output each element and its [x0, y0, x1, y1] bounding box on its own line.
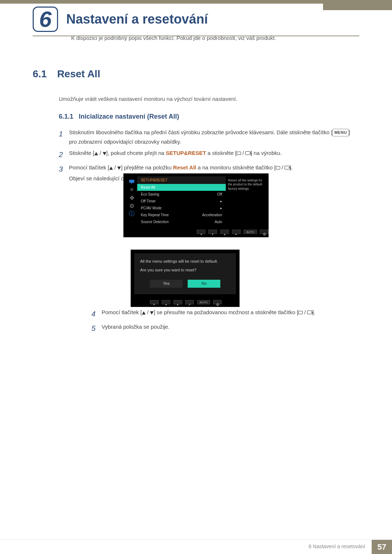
svg-rect-0 — [129, 180, 134, 182]
osd-enter-icon: ↲ — [185, 300, 194, 304]
chapter-title: Nastavení a resetování — [66, 12, 208, 27]
step-2: 2 Stiskněte [ / ], pokud chcete přejít n… — [59, 148, 356, 161]
osd-item: PC/AV Mode▸ — [137, 205, 226, 212]
osd-reset-dialog: All the menu settings will be reset to d… — [131, 250, 240, 307]
steps-list-lower: 4 Pomocí tlačítek [ / ] se přesuňte na p… — [91, 308, 319, 337]
down-icon — [150, 311, 154, 315]
chapter-intro: K dispozici je podrobný popis všech funk… — [71, 35, 348, 41]
osd-left-icon: ◂ — [197, 230, 205, 234]
enter-icon — [285, 166, 290, 169]
osd-power-icon: ⏻ — [213, 300, 222, 304]
page-footer: 6 Nastavení a resetování 57 — [0, 539, 392, 554]
section-6-1: 6.1 Reset All Umožňuje vrátit veškerá na… — [33, 68, 356, 185]
section-number: 6.1 — [33, 68, 47, 79]
dialog-no-button: No — [188, 280, 220, 288]
osd-right-icon: ▸ — [232, 230, 241, 234]
dialog-yes-button: Yes — [150, 280, 183, 288]
osd-side-icons: ≡ ✥ ⚙ ⓘ — [126, 176, 137, 225]
section-title: Reset All — [57, 68, 100, 79]
chapter-number-badge: 6 — [33, 7, 58, 32]
dialog-button-bar: ✕ ◂ ▸ ↲ AUTO ⏻ — [131, 298, 240, 307]
up-icon — [142, 311, 146, 315]
info-icon: ⓘ — [126, 210, 137, 218]
source-icon — [298, 311, 303, 314]
osd-item: Off Timer▸ — [137, 198, 226, 205]
source-icon — [237, 152, 241, 155]
down-icon — [103, 152, 106, 155]
osd-close-icon: ✕ — [150, 300, 159, 304]
osd-item: Eco SavingOff — [137, 191, 226, 198]
svg-rect-1 — [131, 183, 132, 184]
down-icon — [117, 167, 121, 170]
step-4: 4 Pomocí tlačítek [ / ] se přesuňte na p… — [91, 308, 319, 320]
osd-item-selected: Reset All — [137, 184, 226, 191]
osd-help-text: Return all the settings for the product … — [226, 176, 266, 225]
osd-left-icon: ◂ — [162, 300, 170, 304]
osd-title: SETUP&RESET — [137, 176, 226, 184]
osd-button-bar: ◂ ▾ ▴ ▸ AUTO ⏻ — [123, 228, 269, 237]
dialog-line-1: All the menu settings will be reset to d… — [140, 258, 230, 265]
osd-auto-label: AUTO — [244, 230, 257, 234]
monitor-icon — [128, 179, 135, 184]
subsection-number: 6.1.1 — [59, 113, 73, 120]
setup-reset-label: SETUP&RESET — [166, 150, 206, 156]
subsection-title: 6.1.1 Inicializace nastavení (Reset All) — [59, 113, 356, 120]
up-icon — [109, 167, 113, 170]
osd-power-icon: ⏻ — [260, 230, 269, 234]
osd-auto-label: AUTO — [197, 300, 210, 304]
gear-icon: ⚙ — [126, 202, 137, 210]
step-1: 1 Stisknutím libovolného tlačítka na pře… — [59, 128, 356, 146]
reset-all-label: Reset All — [173, 164, 196, 171]
osd-item: Key Repeat TimeAcceleration — [137, 212, 226, 218]
section-body: Umožňuje vrátit veškerá nastavení monito… — [59, 96, 356, 102]
osd-up-icon: ▴ — [220, 230, 229, 234]
footer-page-number: 57 — [372, 540, 392, 554]
dialog-line-2: Are you sure you want to reset? — [140, 267, 230, 274]
move-icon: ✥ — [126, 194, 137, 202]
subsection-heading: Inicializace nastavení (Reset All) — [79, 113, 179, 120]
osd-menu-screenshot: ≡ ✥ ⚙ ⓘ SETUP&RESET Reset All Eco Saving… — [123, 173, 269, 237]
osd-right-icon: ▸ — [173, 300, 182, 304]
osd-item: Source DetectionAuto — [137, 218, 226, 225]
footer-chapter-label: 6 Nastavení a resetování — [309, 543, 365, 549]
up-icon — [94, 152, 98, 155]
enter-icon — [307, 311, 312, 314]
osd-down-icon: ▾ — [208, 230, 217, 234]
list-icon: ≡ — [126, 186, 137, 194]
chapter-number: 6 — [39, 7, 52, 32]
menu-key: MENU — [332, 129, 348, 136]
step-5: 5 Vybraná položka se použije. — [91, 322, 319, 335]
enter-icon — [245, 151, 250, 155]
source-icon — [276, 166, 280, 169]
chapter-header: 6 Nastavení a resetování — [33, 7, 359, 36]
